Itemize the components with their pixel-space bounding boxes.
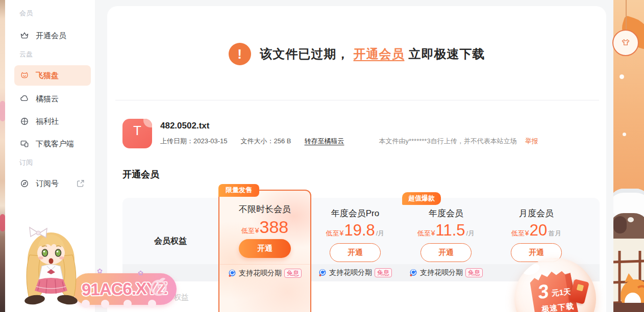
peach-icon <box>148 275 169 297</box>
featured-card-divider <box>220 264 310 265</box>
file-size: 文件大小：256 B <box>241 137 291 146</box>
huabei-icon <box>318 269 327 277</box>
huabei-icon <box>228 269 236 277</box>
upload-date: 上传日期：2023-03-15 <box>160 137 228 146</box>
plan-price-annual: 低至 ¥ 11.5 /月 <box>401 222 491 241</box>
file-type-letter: T <box>122 123 152 139</box>
price-prefix: 低至 <box>511 229 525 238</box>
file-meta-row: 上传日期：2023-03-15 文件大小：256 B 转存至橘猫云 本文件由y*… <box>160 137 538 146</box>
promo-price-small: 元1天 <box>551 287 572 297</box>
sidebar-item-subscription[interactable]: 订阅号 <box>14 173 91 194</box>
price-suffix: /月 <box>376 229 385 238</box>
price-currency: ¥ <box>340 229 344 237</box>
interest-free-badge: 免息 <box>284 269 302 278</box>
sidebar-section-cloud: 云盘 <box>19 50 33 59</box>
dot-art <box>623 133 626 136</box>
alert-icon: ! <box>229 43 251 65</box>
external-link-icon[interactable] <box>76 178 86 189</box>
hair-bow <box>30 227 47 238</box>
plan-price-unlimited: 低至 ¥ 388 <box>218 218 311 236</box>
sidebar-item-label: 订阅号 <box>36 179 59 189</box>
flower-blob <box>0 214 5 231</box>
sidebar-item-label: 福利社 <box>36 117 59 126</box>
price-value: 388 <box>260 218 289 236</box>
price-currency: ¥ <box>525 229 529 237</box>
price-prefix: 低至 <box>241 226 255 236</box>
open-vip-link[interactable]: 开通会员 <box>354 47 405 61</box>
expired-text-before: 该文件已过期， <box>260 47 350 61</box>
hot-deal-badge: 超值爆款 <box>402 192 441 205</box>
tshirt-icon <box>621 38 631 48</box>
flower-blob <box>0 101 5 121</box>
sidebar-item-label: 飞猫盘 <box>36 71 59 81</box>
sidebar-item-label: 开通会员 <box>36 31 66 41</box>
benefits-column-label: 会员权益 <box>122 236 218 247</box>
txt-file-icon: T <box>122 119 152 148</box>
transfer-to-jumao-link[interactable]: 转存至橘猫云 <box>304 137 344 146</box>
expired-banner: ! 该文件已过期，开通会员立即极速下载 <box>107 43 606 65</box>
huabei-icon <box>409 269 417 277</box>
interest-free-badge: 免息 <box>375 268 392 277</box>
sidebar-section-subscribe: 订阅 <box>19 158 33 167</box>
expired-message: 该文件已过期，开通会员立即极速下载 <box>260 46 485 62</box>
cloud-icon <box>19 94 30 104</box>
open-button-annual-pro[interactable]: 开通 <box>330 243 381 262</box>
sidebar-item-label: 橘猫云 <box>36 94 59 104</box>
anime-mascot <box>17 219 86 312</box>
file-name: 482.0502.txt <box>160 121 209 131</box>
sidebar-item-label: 下载客户端 <box>36 139 74 149</box>
plan-name-annual: 年度会员 <box>401 207 491 219</box>
price-currency: ¥ <box>431 229 435 237</box>
installment-text: 支持花呗分期 <box>420 268 463 277</box>
plan-name-unlimited: 不限时长会员 <box>218 203 311 215</box>
flower-deco: ✿ <box>138 269 143 277</box>
cloud-bump <box>123 300 132 308</box>
section-divider <box>115 100 599 100</box>
installment-annual: 支持花呗分期 免息 <box>401 268 491 277</box>
sidebar-item-feimao-disk[interactable]: 飞猫盘 <box>14 65 91 86</box>
price-prefix: 低至 <box>326 229 339 238</box>
limited-sale-badge: 限量发售 <box>218 184 259 197</box>
sidebar-item-welfare[interactable]: 福利社 <box>14 111 91 132</box>
benefits-row-label-partial: 权益 <box>174 293 189 302</box>
price-suffix: 首月 <box>548 229 561 238</box>
installment-unlimited: 支持花呗分期 免息 <box>219 269 310 278</box>
price-value: 20 <box>530 222 547 238</box>
page: 会员 开通会员 云盘 飞猫盘 橘猫云 福利社 <box>0 0 644 312</box>
open-button-annual[interactable]: 开通 <box>420 243 472 262</box>
dot-art <box>620 74 624 79</box>
coin-icon <box>19 116 30 126</box>
plan-price-annual-pro: 低至 ¥ 19.8 /月 <box>310 222 401 241</box>
price-value: 19.8 <box>344 222 375 238</box>
price-currency: ¥ <box>255 226 259 235</box>
membership-heading: 开通会员 <box>122 168 159 180</box>
sidebar-item-download-client[interactable]: 下载客户端 <box>14 134 91 154</box>
plan-name-monthly: 月度会员 <box>491 207 582 219</box>
devices-icon <box>19 139 30 149</box>
cat-icon <box>19 70 30 81</box>
sidebar-item-open-vip[interactable]: 开通会员 <box>14 25 91 46</box>
installment-text: 支持花呗分期 <box>329 268 372 277</box>
ground-art <box>613 303 644 312</box>
plan-name-annual-pro: 年度会员Pro <box>310 207 401 219</box>
installment-annual-pro: 支持花呗分期 免息 <box>310 268 401 277</box>
sidebar-section-member: 会员 <box>19 9 33 18</box>
sidebar-item-jumao-cloud[interactable]: 橘猫云 <box>14 89 91 109</box>
compass-icon <box>19 178 30 189</box>
shop-badge-button[interactable] <box>612 30 639 56</box>
plan-price-monthly: 低至 ¥ 20 首月 <box>491 222 582 241</box>
price-prefix: 低至 <box>417 229 431 238</box>
flower-deco: ✿ <box>97 267 103 275</box>
cloud-bump <box>148 300 156 308</box>
left-background-art <box>0 0 5 312</box>
rocks-art <box>613 213 644 242</box>
badge-string <box>626 0 627 32</box>
interest-free-badge: 免息 <box>465 268 483 277</box>
upload-disclaimer: 本文件由y*******3自行上传，并不代表本站立场 <box>379 137 516 146</box>
report-link[interactable]: 举报 <box>525 137 538 146</box>
open-button-unlimited[interactable]: 开通 <box>239 239 291 258</box>
installment-text: 支持花呗分期 <box>239 269 282 278</box>
price-suffix: /月 <box>466 229 475 238</box>
expired-text-after: 立即极速下载 <box>409 47 485 61</box>
crown-icon <box>19 31 30 41</box>
